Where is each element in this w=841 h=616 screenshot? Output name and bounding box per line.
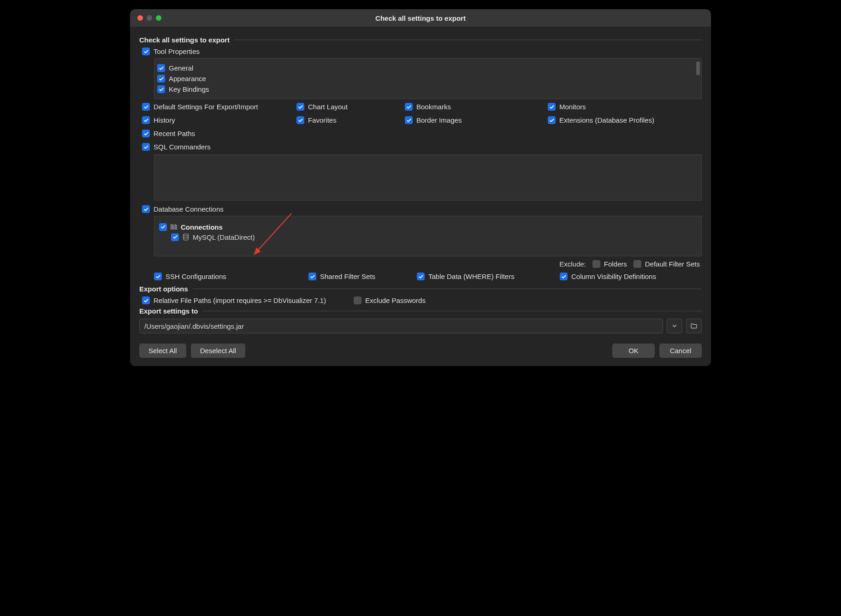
checkbox-label: Database Connections bbox=[154, 205, 224, 213]
bottom-grid: SSH Configurations Shared Filter Sets Ta… bbox=[154, 272, 702, 280]
checkbox-recent-paths[interactable]: Recent Paths bbox=[142, 130, 296, 137]
connections-folder-icon bbox=[170, 223, 178, 231]
settings-grid: Default Settings For Export/Import Chart… bbox=[142, 103, 702, 151]
checkbox-bookmarks[interactable]: Bookmarks bbox=[405, 103, 548, 111]
checkbox-label: Appearance bbox=[169, 75, 206, 83]
checkbox-sql-commanders[interactable]: SQL Commanders bbox=[142, 143, 296, 151]
sql-commanders-panel bbox=[154, 154, 702, 201]
checkbox-chart-layout[interactable]: Chart Layout bbox=[296, 103, 405, 111]
exclude-label: Exclude: bbox=[559, 260, 586, 268]
export-path-row bbox=[139, 319, 702, 333]
connections-tree-panel: Connections MySQL (DataDirect) bbox=[154, 216, 702, 256]
checkbox-shared-filter-sets[interactable]: Shared Filter Sets bbox=[308, 272, 417, 280]
zoom-icon[interactable] bbox=[156, 15, 161, 21]
tree-root[interactable]: Connections bbox=[159, 223, 697, 231]
select-all-button[interactable]: Select All bbox=[139, 344, 186, 358]
checkbox-border-images[interactable]: Border Images bbox=[405, 116, 548, 124]
tree-root-label: Connections bbox=[181, 223, 223, 231]
cancel-button[interactable]: Cancel bbox=[659, 344, 702, 358]
section-check-all: Check all settings to export bbox=[139, 36, 702, 44]
checkbox-extensions[interactable]: Extensions (Database Profiles) bbox=[548, 116, 702, 124]
checkbox-label: Tool Properties bbox=[154, 47, 200, 55]
checkbox-mysql-connection[interactable] bbox=[171, 233, 179, 241]
checkbox-exclude-folders[interactable]: Folders bbox=[592, 260, 627, 268]
folder-icon bbox=[690, 322, 698, 330]
history-dropdown-button[interactable] bbox=[667, 319, 682, 333]
checkbox-table-data-filters[interactable]: Table Data (WHERE) Filters bbox=[417, 272, 560, 280]
checkbox-relative-paths[interactable]: Relative File Paths (import requires >= … bbox=[142, 296, 326, 304]
checkbox-history[interactable]: History bbox=[142, 116, 296, 124]
section-title: Export options bbox=[139, 285, 188, 293]
checkbox-general[interactable]: General bbox=[157, 64, 193, 72]
checkbox-default-settings[interactable]: Default Settings For Export/Import bbox=[142, 103, 296, 111]
checkbox-appearance[interactable]: Appearance bbox=[157, 75, 206, 83]
minimize-icon bbox=[147, 15, 152, 21]
checkbox-label: Key Bindings bbox=[169, 85, 209, 93]
export-path-input[interactable] bbox=[139, 319, 663, 333]
scrollbar-thumb[interactable] bbox=[696, 61, 700, 75]
ok-button[interactable]: OK bbox=[612, 344, 655, 358]
tree-child-label: MySQL (DataDirect) bbox=[193, 233, 255, 241]
section-export-options: Export options bbox=[139, 285, 702, 293]
checkbox-label: General bbox=[169, 64, 193, 72]
checkbox-favorites[interactable]: Favorites bbox=[296, 116, 405, 124]
titlebar: Check all settings to export bbox=[130, 9, 711, 27]
dialog-content: Check all settings to export Tool Proper… bbox=[130, 27, 711, 366]
browse-folder-button[interactable] bbox=[686, 319, 702, 333]
window-title: Check all settings to export bbox=[130, 14, 711, 22]
checkbox-column-visibility[interactable]: Column Visibility Definitions bbox=[560, 272, 702, 280]
database-icon bbox=[182, 233, 190, 241]
checkbox-connections-root[interactable] bbox=[159, 223, 167, 231]
export-settings-dialog: Check all settings to export Check all s… bbox=[130, 9, 711, 366]
tool-properties-panel: General Appearance Key Bindings bbox=[154, 58, 702, 99]
checkbox-exclude-filtersets[interactable]: Default Filter Sets bbox=[634, 260, 700, 268]
dialog-footer: Select All Deselect All OK Cancel bbox=[139, 344, 702, 358]
section-title: Export settings to bbox=[139, 307, 198, 315]
svg-point-0 bbox=[184, 234, 189, 236]
checkbox-exclude-passwords[interactable]: Exclude Passwords bbox=[354, 296, 426, 304]
checkbox-tool-properties[interactable]: Tool Properties bbox=[142, 47, 200, 55]
chevron-down-icon bbox=[671, 323, 678, 329]
deselect-all-button[interactable]: Deselect All bbox=[191, 344, 245, 358]
exclude-row: Exclude: Folders Default Filter Sets bbox=[139, 260, 702, 268]
section-title: Check all settings to export bbox=[139, 36, 230, 44]
checkbox-database-connections[interactable]: Database Connections bbox=[142, 205, 224, 213]
tree-child[interactable]: MySQL (DataDirect) bbox=[171, 233, 697, 241]
checkbox-monitors[interactable]: Monitors bbox=[548, 103, 702, 111]
checkbox-key-bindings[interactable]: Key Bindings bbox=[157, 85, 209, 93]
checkbox-ssh-config[interactable]: SSH Configurations bbox=[154, 272, 308, 280]
section-export-to: Export settings to bbox=[139, 307, 702, 315]
window-controls bbox=[137, 15, 161, 21]
close-icon[interactable] bbox=[137, 15, 143, 21]
